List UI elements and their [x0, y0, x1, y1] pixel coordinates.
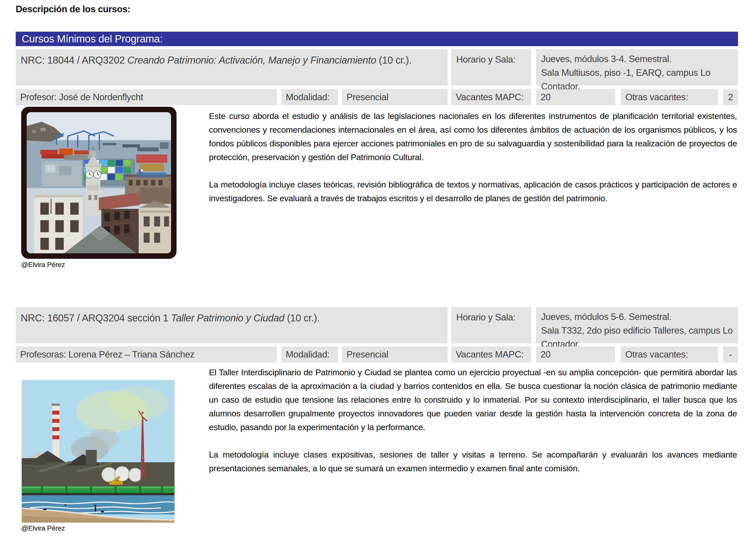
course1-info-row: Profesor: José de Nordenflycht Modalidad…	[16, 89, 738, 105]
dog	[101, 511, 104, 513]
course1-description: Este curso aborda el estudio y análisis …	[209, 109, 737, 219]
section-header-bar: Cursos Mínimos del Programa:	[16, 32, 738, 46]
course2-otras-vacantes-value: -	[723, 346, 738, 363]
course2-modalidad-value: Presencial	[342, 346, 448, 363]
course2-otras-vacantes-label: Otras vacantes:	[621, 346, 718, 363]
course1-modalidad-value: Presencial	[342, 89, 448, 105]
valparaiso-port-illustration	[27, 112, 171, 253]
course1-modalidad-label: Modalidad:	[281, 89, 338, 105]
course2-photo-caption: @Elvira Pérez	[21, 524, 65, 532]
course2-paragraph-1: El Taller Interdisciplinario de Patrimon…	[209, 366, 737, 434]
course1-paragraph-1: Este curso aborda el estudio y análisis …	[209, 109, 737, 164]
green-pipeline	[22, 486, 175, 494]
course2-title-italic: Taller Patrimonio y Ciudad	[171, 312, 285, 323]
course1-photo	[21, 107, 177, 259]
beige-building-right	[140, 201, 171, 253]
page-title: Descripción de los cursos:	[16, 4, 131, 14]
course2-horario-value: Jueves, módulos 5-6. Semestral. Sala T33…	[536, 307, 738, 343]
course2-paragraph-2: La metodología incluye clases expositiva…	[209, 448, 737, 475]
valparaiso-port-photo	[27, 112, 171, 253]
course1-title-italic: Creando Patrimonio: Activación, Manejo y…	[127, 54, 376, 66]
course1-otras-vacantes-value: 2	[723, 89, 738, 105]
course2-horario-line1: Jueves, módulos 5-6. Semestral.	[541, 310, 733, 324]
course1-nrc-title: NRC: 18044 / ARQ3202 Creando Patrimonio:…	[16, 49, 448, 85]
course1-professor: Profesor: José de Nordenflycht	[16, 89, 277, 105]
course2-nrc-title: NRC: 16057 / ARQ3204 sección 1 Taller Pa…	[16, 307, 448, 343]
course2-nrc-suffix: (10 cr.).	[284, 312, 320, 323]
course1-horario-line1: Jueves, módulos 3-4. Semestral.	[541, 52, 733, 66]
course1-header-row: NRC: 18044 / ARQ3202 Creando Patrimonio:…	[16, 49, 738, 85]
course2-horario-label: Horario y Sala:	[451, 307, 531, 343]
course1-nrc-prefix: NRC: 18044 / ARQ3202	[21, 54, 127, 66]
course1-horario-label: Horario y Sala:	[451, 49, 531, 85]
course1-vacantes-value: 20	[536, 89, 615, 105]
course2-photo	[22, 380, 175, 523]
course2-vacantes-value: 20	[536, 346, 615, 363]
course1-horario-value: Jueves, módulos 3-4. Semestral. Sala Mul…	[536, 49, 738, 85]
course2-professor: Profesoras: Lorena Pérez – Triana Sánche…	[16, 346, 277, 363]
course1-nrc-suffix: (10 cr.).	[376, 54, 412, 66]
document-page: Descripción de los cursos: Cursos Mínimo…	[0, 0, 744, 560]
blue-tarp-roof	[136, 173, 166, 178]
course1-paragraph-2: La metodología incluye clases teóricas, …	[209, 178, 737, 205]
course1-photo-caption: @Elvira Pérez	[21, 261, 65, 269]
course2-vacantes-label: Vacantes MAPC:	[451, 346, 531, 363]
red-container-block	[136, 154, 167, 171]
storage-spheres	[102, 466, 142, 482]
rooftop-ladder	[50, 199, 52, 214]
course2-info-row: Profesoras: Lorena Pérez – Triana Sánche…	[16, 346, 738, 363]
course1-otras-vacantes-label: Otras vacantes:	[621, 89, 718, 105]
course2-header-row: NRC: 16057 / ARQ3204 sección 1 Taller Pa…	[16, 307, 738, 343]
industrial-beach-illustration	[22, 380, 175, 523]
clock-face-left	[86, 171, 93, 178]
course2-description: El Taller Interdisciplinario de Patrimon…	[209, 366, 737, 489]
course2-nrc-prefix: NRC: 16057 / ARQ3204 sección 1	[21, 312, 171, 323]
course1-vacantes-label: Vacantes MAPC:	[451, 89, 531, 105]
white-building-foreground	[34, 194, 83, 253]
course2-modalidad-label: Modalidad:	[281, 346, 338, 363]
